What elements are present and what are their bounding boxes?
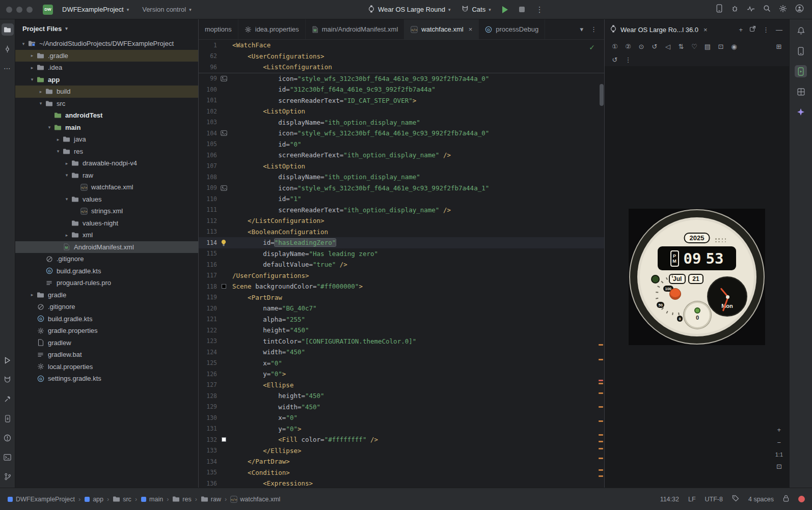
tree-item-gradlew-bat[interactable]: gradlew.bat (15, 349, 198, 361)
sticky-line[interactable]: 96 <ListConfiguration (199, 62, 604, 73)
close-window-icon[interactable] (6, 7, 12, 13)
window-controls[interactable] (6, 7, 33, 13)
breadcrumb-item[interactable]: src (113, 496, 131, 503)
zoom-in-button[interactable]: + (777, 426, 781, 434)
project-panel-header[interactable]: Project Files ▾ (15, 19, 198, 38)
tab-idea-properties[interactable]: idea.properties (238, 19, 306, 39)
chevron-right-icon[interactable]: ▸ (28, 65, 36, 70)
indent-info[interactable]: 4 spaces (748, 496, 774, 503)
chevron-right-icon[interactable]: ▸ (37, 89, 45, 94)
chevron-down-icon[interactable]: ▾ (63, 173, 71, 178)
code-line[interactable]: 130 x="0" (199, 412, 604, 423)
chevron-down-icon[interactable]: ▾ (54, 149, 62, 154)
wear-button-2-icon[interactable]: ② (622, 40, 634, 52)
tree-item-main[interactable]: ▾main (15, 122, 198, 134)
code-line[interactable]: 105 id="0" (199, 139, 604, 150)
vcs-widget[interactable]: Version control▾ (138, 4, 196, 15)
problems-tool-icon[interactable] (2, 432, 14, 444)
terminal-tool-icon[interactable] (2, 451, 14, 463)
tree-item-java[interactable]: ▸java (15, 133, 198, 146)
code-line[interactable]: 109 icon="style_wfs_312c30bf_f64a_461e_9… (199, 183, 604, 194)
chevron-right-icon[interactable]: ▸ (63, 233, 71, 238)
commit-tool-icon[interactable] (2, 43, 14, 55)
warning-stripe-mark[interactable] (599, 380, 603, 381)
zoom-out-button[interactable]: − (777, 439, 781, 446)
code-line[interactable]: 125 x="0" (199, 358, 604, 369)
run-tool-icon[interactable] (2, 354, 14, 366)
code-line[interactable]: 112 </ListConfiguration> (199, 215, 604, 226)
project-switcher[interactable]: DWFExampleProject▾ (58, 4, 133, 15)
code-line[interactable]: 131 y="0"> (199, 423, 604, 435)
tree-item-local-properties[interactable]: local.properties (15, 361, 198, 373)
tree-item-gradlew[interactable]: gradlew (15, 337, 198, 349)
chevron-down-icon[interactable]: ▾ (45, 125, 53, 130)
warning-stripe-mark[interactable] (599, 383, 603, 384)
device-manager-button[interactable] (716, 4, 723, 15)
code-line[interactable]: 101 screenReaderText="ID_CAT_STEP_OVER"> (199, 95, 604, 106)
file-encoding[interactable]: UTF-8 (705, 496, 723, 503)
tree-item-build-gradle-kts[interactable]: Gbuild.gradle.kts (15, 313, 198, 325)
tab-watchface-xml[interactable]: </>watchface.xml× (404, 19, 479, 39)
tree-item-strings-xml[interactable]: </>strings.xml (15, 205, 198, 217)
maximize-window-icon[interactable] (26, 7, 33, 13)
lock-icon[interactable] (783, 495, 789, 503)
tree-item--androidstudioprojects-dwfexampleproject[interactable]: ▾~/AndroidStudioProjects/DWFExampleProje… (15, 38, 198, 50)
tree-item--gitignore[interactable]: .gitignore (15, 253, 198, 265)
run-configuration-selector[interactable]: Cats▾ (457, 4, 495, 16)
profiler-button[interactable] (747, 5, 755, 14)
tree-item-build[interactable]: ▸build (15, 86, 198, 98)
code-line[interactable]: 122 height="450" (199, 325, 604, 336)
search-everywhere-button[interactable] (763, 5, 771, 14)
code-line[interactable]: 115 displayName="Has leading zero" (199, 248, 604, 260)
project-tool-icon[interactable] (2, 23, 14, 36)
device-explorer-tool-icon[interactable] (2, 412, 14, 424)
chevron-right-icon[interactable]: ▸ (54, 137, 62, 142)
code-line[interactable]: 106 screenReaderText="ith_option_display… (199, 150, 604, 161)
code-line[interactable]: 120 name="BG_40c7" (199, 303, 604, 314)
device-manager-icon[interactable] (795, 45, 807, 57)
tree-item-gradle[interactable]: ▸gradle (15, 289, 198, 301)
chevron-right-icon[interactable]: ▸ (28, 292, 36, 297)
warning-stripe-mark[interactable] (599, 344, 603, 346)
code-line[interactable]: 136 <Expressions> (199, 478, 604, 488)
tree-item-gradle-properties[interactable]: gradle.properties (15, 325, 198, 337)
color-swatch-black[interactable] (222, 284, 226, 289)
code-line[interactable]: 110 id="1" (199, 193, 604, 205)
tree-item-values-night[interactable]: values-night (15, 217, 198, 230)
code-line[interactable]: 121 alpha="255" (199, 314, 604, 325)
tree-item-values[interactable]: ▾values (15, 193, 198, 206)
close-device-tab-icon[interactable]: × (702, 26, 709, 34)
device-display-area[interactable]: 2025 PM 09 53 Jul 21 Mon (605, 66, 789, 488)
warning-stripe-mark[interactable] (599, 420, 603, 422)
back-icon[interactable]: ◁ (662, 40, 674, 52)
tree-item-drawable-nodpi-v4[interactable]: ▸drawable-nodpi-v4 (15, 157, 198, 169)
tilt-icon[interactable]: ⇅ (675, 40, 687, 52)
wear-palm-icon[interactable]: ⊙ (635, 40, 647, 52)
warning-stripe-mark[interactable] (599, 441, 603, 442)
code-line[interactable]: 119 <PartDraw (199, 292, 604, 303)
code-editor[interactable]: 1<WatchFace62 <UserConfigurations>96 <Li… (199, 40, 604, 488)
breadcrumb-item[interactable]: res (172, 496, 191, 503)
heart-rate-icon[interactable]: ♡ (688, 40, 700, 52)
caret-position[interactable]: 114:32 (660, 496, 679, 503)
code-line[interactable]: 118Scene backgroundColor="#ff000000"> (199, 281, 604, 292)
tree-item-build-gradle-kts[interactable]: Gbuild.gradle.kts (15, 265, 198, 277)
settings-button[interactable] (779, 5, 787, 15)
code-line[interactable]: 127 <Ellipse (199, 380, 604, 391)
app-inspection-button[interactable] (731, 5, 739, 14)
code-line[interactable]: 111 screenReaderText="ith_option_display… (199, 205, 604, 216)
tree-item-androidtest[interactable]: androidTest (15, 109, 198, 122)
code-line[interactable]: 124 width="450" (199, 347, 604, 358)
breadcrumb-item[interactable]: app (84, 496, 103, 503)
more-tool-windows-icon[interactable]: ⋯ (2, 62, 14, 74)
kebab-icon[interactable]: ⋮ (761, 26, 771, 34)
screenshot-icon[interactable]: ⊞ (773, 40, 785, 52)
notifications-icon[interactable] (795, 24, 807, 37)
tree-item--idea[interactable]: ▸.idea (15, 62, 198, 74)
code-line[interactable]: 102 <ListOption (199, 106, 604, 117)
code-line[interactable]: 134 </PartDraw> (199, 456, 604, 467)
close-tab-icon[interactable]: × (469, 25, 473, 33)
breadcrumb-item[interactable]: DWFExampleProject (7, 496, 75, 503)
avatar[interactable] (795, 4, 804, 15)
warning-stripe-mark[interactable] (599, 359, 603, 360)
